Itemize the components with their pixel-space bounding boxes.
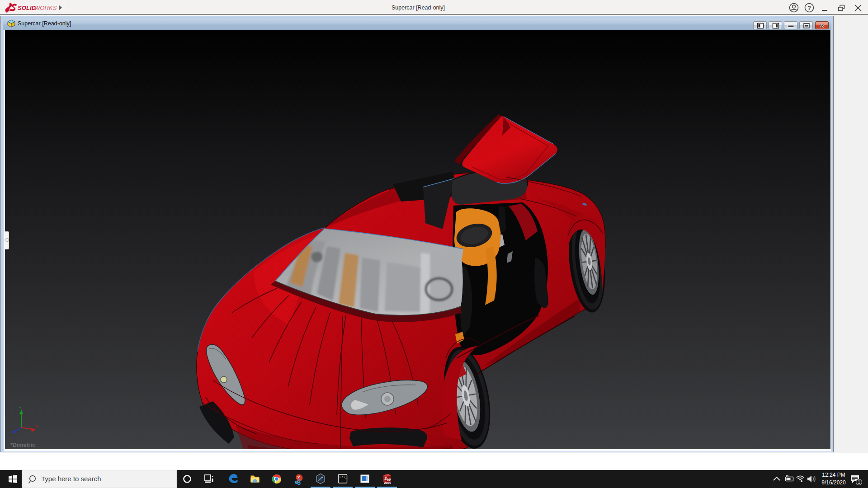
svg-text:*Dimetric: *Dimetric <box>10 442 35 448</box>
svg-text:1: 1 <box>858 480 860 485</box>
svg-text:X: X <box>36 424 38 428</box>
svg-text:Y: Y <box>19 406 22 410</box>
svg-text:?: ? <box>807 5 811 11</box>
svg-text:2020: 2020 <box>384 481 392 484</box>
svg-text:C:\_: C:\_ <box>340 475 348 479</box>
